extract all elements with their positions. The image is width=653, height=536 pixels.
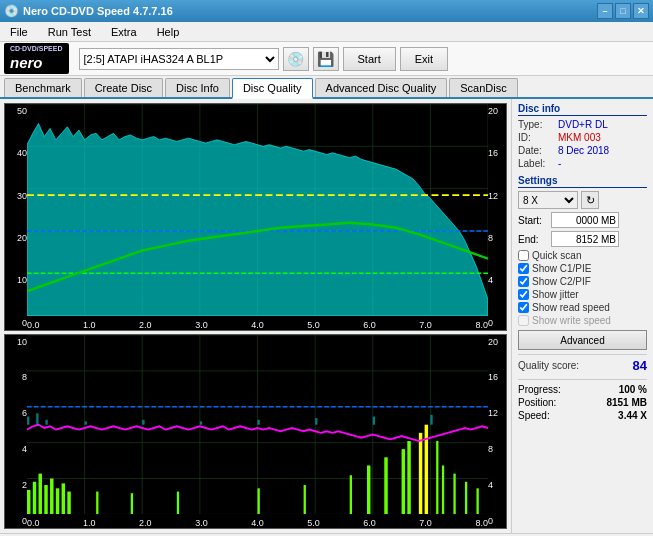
show-jitter-row: Show jitter [518,289,647,300]
svg-rect-60 [85,421,87,424]
start-setting-row: Start: [518,212,647,228]
start-mb-input[interactable] [551,212,619,228]
nero-logo-main: nero [10,54,63,72]
tabs-bar: Benchmark Create Disc Disc Info Disc Qua… [0,76,653,99]
bottom-chart-y-left: 10 8 6 4 2 0 [5,335,27,528]
title-bar: 💿 Nero CD-DVD Speed 4.7.7.16 – □ ✕ [0,0,653,22]
tab-benchmark[interactable]: Benchmark [4,78,82,97]
end-setting-row: End: [518,231,647,247]
top-chart-panel: 50 40 30 20 10 0 20 16 12 8 4 0 [4,103,507,331]
svg-rect-31 [27,490,30,514]
quality-score-row: Quality score: 84 [518,354,647,373]
quick-scan-label: Quick scan [532,250,581,261]
disc-icon-button[interactable]: 💿 [283,47,309,71]
disc-type-value: DVD+R DL [558,119,608,130]
tab-scandisc[interactable]: ScanDisc [449,78,517,97]
menu-bar: File Run Test Extra Help [0,22,653,42]
show-c2pif-row: Show C2/PIF [518,276,647,287]
start-button[interactable]: Start [343,47,396,71]
disc-type-row: Type: DVD+R DL [518,119,647,130]
quick-scan-checkbox[interactable] [518,250,529,261]
show-write-speed-label: Show write speed [532,315,611,326]
end-mb-input[interactable] [551,231,619,247]
svg-rect-35 [50,478,53,514]
tab-create-disc[interactable]: Create Disc [84,78,163,97]
menu-file[interactable]: File [4,24,34,40]
disc-label-row: Label: - [518,158,647,169]
right-panel: Disc info Type: DVD+R DL ID: MKM 003 Dat… [511,99,653,533]
svg-rect-48 [407,441,410,514]
position-value: 8151 MB [606,397,647,408]
show-c1pie-row: Show C1/PIE [518,263,647,274]
svg-rect-61 [142,419,144,424]
show-c2pif-checkbox[interactable] [518,276,529,287]
main-content: 50 40 30 20 10 0 20 16 12 8 4 0 [0,99,653,533]
maximize-button[interactable]: □ [615,3,631,19]
show-read-speed-checkbox[interactable] [518,302,529,313]
svg-rect-47 [402,449,405,514]
speed-row: Speed: 3.44 X [518,410,647,421]
quality-score-label: Quality score: [518,360,579,371]
bottom-chart-svg [27,335,488,514]
menu-help[interactable]: Help [151,24,186,40]
svg-rect-51 [436,441,438,514]
app-icon: 💿 [4,4,19,18]
speed-refresh-icon[interactable]: ↻ [581,191,599,209]
svg-rect-53 [453,473,455,514]
show-jitter-label: Show jitter [532,289,579,300]
svg-rect-62 [200,421,202,424]
svg-marker-14 [27,124,488,316]
svg-rect-44 [350,475,352,514]
bottom-chart-x-axis: 0.0 1.0 2.0 3.0 4.0 5.0 6.0 7.0 8.0 [27,514,488,528]
disc-date-value: 8 Dec 2018 [558,145,609,156]
speed-setting-row: 8 X ↻ [518,191,647,209]
minimize-button[interactable]: – [597,3,613,19]
disc-label-value: - [558,158,561,169]
svg-rect-55 [476,488,478,514]
svg-rect-49 [419,432,422,514]
speed-label: Speed: [518,410,550,421]
exit-button[interactable]: Exit [400,47,448,71]
disc-label-label: Label: [518,158,556,169]
svg-rect-65 [373,416,375,424]
tab-advanced-disc-quality[interactable]: Advanced Disc Quality [315,78,448,97]
menu-extra[interactable]: Extra [105,24,143,40]
advanced-button[interactable]: Advanced [518,330,647,350]
disc-id-label: ID: [518,132,556,143]
show-write-speed-row: Show write speed [518,315,647,326]
disc-type-label: Type: [518,119,556,130]
show-write-speed-checkbox[interactable] [518,315,529,326]
close-button[interactable]: ✕ [633,3,649,19]
svg-rect-34 [44,485,47,514]
disc-info-header: Disc info [518,103,647,116]
show-c1pie-label: Show C1/PIE [532,263,591,274]
svg-rect-66 [430,415,432,425]
tab-disc-quality[interactable]: Disc Quality [232,78,313,99]
tab-disc-info[interactable]: Disc Info [165,78,230,97]
nero-logo: CD·DVD/SPEED nero [4,43,69,73]
disc-date-row: Date: 8 Dec 2018 [518,145,647,156]
end-label: End: [518,234,548,245]
svg-rect-40 [131,493,133,514]
nero-logo-sub: CD·DVD/SPEED [10,45,63,53]
menu-run-test[interactable]: Run Test [42,24,97,40]
drive-select[interactable]: [2:5] ATAPI iHAS324 A BL1P [79,48,279,70]
svg-rect-52 [442,465,444,514]
svg-rect-45 [367,465,370,514]
top-chart-inner [27,104,488,316]
svg-rect-37 [62,483,65,514]
progress-section: Progress: 100 % Position: 8151 MB Speed:… [518,379,647,421]
speed-select[interactable]: 8 X [518,191,578,209]
toolbar: CD·DVD/SPEED nero [2:5] ATAPI iHAS324 A … [0,42,653,76]
svg-rect-46 [384,457,387,514]
svg-rect-43 [304,485,306,514]
show-c1pie-checkbox[interactable] [518,263,529,274]
disc-date-label: Date: [518,145,556,156]
show-jitter-checkbox[interactable] [518,289,529,300]
svg-rect-54 [465,481,467,514]
start-label: Start: [518,215,548,226]
bottom-chart-y-right: 20 16 12 8 4 0 [488,335,506,528]
save-icon-button[interactable]: 💾 [313,47,339,71]
svg-rect-39 [96,491,98,514]
bottom-chart-panel: 10 8 6 4 2 0 20 16 12 8 4 0 [4,334,507,529]
